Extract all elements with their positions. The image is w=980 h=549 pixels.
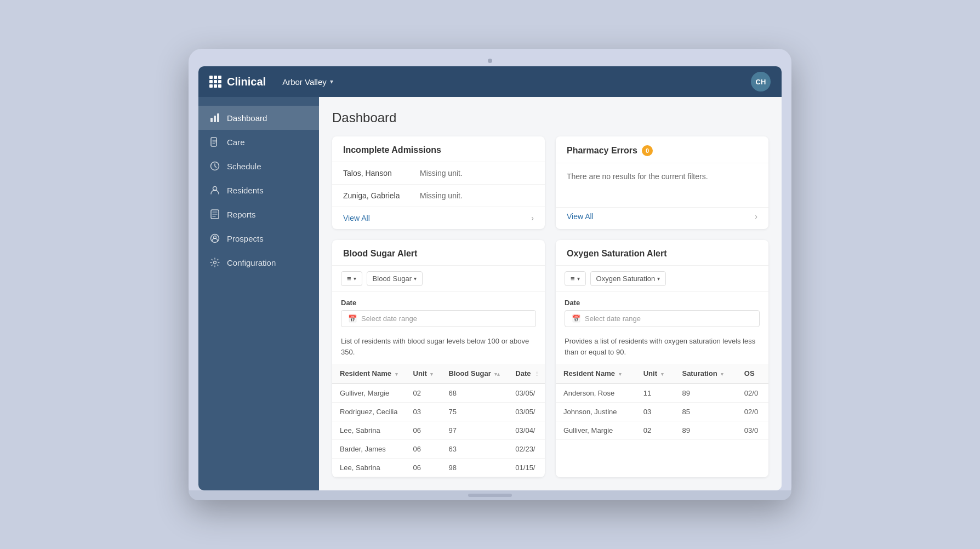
brand-logo: Clinical bbox=[209, 76, 266, 88]
cell-blood-sugar: 97 bbox=[441, 421, 508, 440]
table-row: Gulliver, Margie 02 89 03/0 bbox=[556, 421, 768, 440]
topbar: Clinical Arbor Valley ▾ CH bbox=[198, 66, 782, 97]
sort-icon: ▾ bbox=[721, 371, 723, 377]
col-blood-sugar[interactable]: Blood Sugar ▾▴ bbox=[441, 364, 508, 384]
sidebar-item-label: Reports bbox=[227, 210, 256, 219]
oxygen-filter-label: Oxygen Saturation bbox=[596, 274, 656, 283]
col-resident-name[interactable]: Resident Name ▾ bbox=[556, 364, 636, 384]
oxygen-toolbar: ≡ ▾ Oxygen Saturation ▾ bbox=[556, 266, 768, 292]
cell-name: Gulliver, Margie bbox=[556, 421, 636, 440]
filter-menu-button[interactable]: ≡ ▾ bbox=[341, 271, 362, 286]
admission-row: Talos, Hanson Missing unit. bbox=[332, 162, 545, 185]
cell-os: 02/0 bbox=[737, 384, 768, 403]
oxygen-description: Provides a list of residents with oxygen… bbox=[556, 331, 768, 364]
admission-row: Zuniga, Gabriela Missing unit. bbox=[332, 185, 545, 207]
filter-lines-icon: ≡ bbox=[347, 274, 351, 283]
cell-unit: 11 bbox=[636, 384, 675, 403]
person-icon bbox=[209, 185, 220, 196]
table-row: Lee, Sabrina 06 98 01/15/ bbox=[332, 459, 545, 477]
main-content: Dashboard Incomplete Admissions Talos, H… bbox=[319, 97, 782, 490]
user-avatar[interactable]: CH bbox=[751, 72, 771, 92]
table-row: Barder, James 06 63 02/23/ bbox=[332, 440, 545, 459]
arrow-right-icon: › bbox=[531, 214, 534, 222]
pharmacy-empty-message: There are no results for the current fil… bbox=[556, 163, 768, 207]
chart-icon bbox=[209, 112, 220, 123]
sidebar-item-configuration[interactable]: Configuration bbox=[198, 250, 319, 274]
col-unit[interactable]: Unit ▾ bbox=[406, 364, 441, 384]
sidebar-item-dashboard[interactable]: Dashboard bbox=[198, 106, 319, 130]
incomplete-admissions-panel: Incomplete Admissions Talos, Hanson Miss… bbox=[332, 136, 545, 229]
date-placeholder: Select date range bbox=[585, 314, 641, 323]
o2-date-range-input[interactable]: 📅 Select date range bbox=[565, 310, 760, 327]
cell-blood-sugar: 68 bbox=[441, 384, 508, 403]
calendar-icon: 📅 bbox=[348, 314, 357, 323]
sidebar-item-prospects[interactable]: Prospects bbox=[198, 226, 319, 250]
svg-rect-1 bbox=[214, 116, 216, 122]
date-label: Date bbox=[565, 299, 760, 307]
date-range-input[interactable]: 📅 Select date range bbox=[341, 310, 536, 327]
date-label: Date bbox=[341, 299, 536, 307]
oxygen-table: Resident Name ▾ Unit ▾ Saturation ▾ OS A… bbox=[556, 364, 768, 440]
svg-point-9 bbox=[214, 261, 216, 264]
clock-icon bbox=[209, 161, 220, 171]
filter-lines-icon: ≡ bbox=[571, 274, 575, 283]
date-placeholder: Select date range bbox=[361, 314, 417, 323]
cell-name: Lee, Sabrina bbox=[332, 459, 406, 477]
col-os[interactable]: OS bbox=[737, 364, 768, 384]
sidebar-item-label: Residents bbox=[227, 186, 264, 195]
cell-unit: 03 bbox=[636, 403, 675, 421]
col-saturation[interactable]: Saturation ▾ bbox=[674, 364, 736, 384]
user-initials: CH bbox=[756, 78, 766, 86]
cell-saturation: 85 bbox=[674, 403, 736, 421]
facility-selector[interactable]: Arbor Valley ▾ bbox=[282, 77, 333, 87]
cell-blood-sugar: 98 bbox=[441, 459, 508, 477]
blood-sugar-filter-button[interactable]: Blood Sugar ▾ bbox=[367, 271, 423, 286]
cell-unit: 06 bbox=[406, 440, 441, 459]
blood-sugar-table-wrapper: Resident Name ▾ Unit ▾ Blood Sugar ▾▴ Da… bbox=[332, 364, 545, 477]
view-all-link[interactable]: View All bbox=[343, 214, 370, 222]
cell-date: 03/04/ bbox=[508, 421, 545, 440]
file-icon bbox=[209, 136, 220, 147]
sidebar-item-residents[interactable]: Residents bbox=[198, 178, 319, 202]
cell-date: 03/05/ bbox=[508, 403, 545, 421]
o2-filter-menu-button[interactable]: ≡ ▾ bbox=[565, 271, 586, 286]
col-resident-name[interactable]: Resident Name ▾ bbox=[332, 364, 406, 384]
cell-name: Gulliver, Margie bbox=[332, 384, 406, 403]
pharmacy-errors-title: Pharmacy Errors bbox=[567, 146, 637, 156]
cell-date: 01/15/ bbox=[508, 459, 545, 477]
sidebar-item-label: Care bbox=[227, 138, 245, 147]
blood-sugar-title: Blood Sugar Alert bbox=[343, 249, 417, 259]
app-grid-icon bbox=[209, 76, 221, 88]
col-date[interactable]: Date ⋮ bbox=[508, 364, 545, 384]
table-row: Gulliver, Margie 02 68 03/05/ bbox=[332, 384, 545, 403]
sidebar-item-label: Configuration bbox=[227, 258, 276, 267]
sort-icon: ▾▴ bbox=[494, 371, 500, 377]
view-all-row: View All › bbox=[332, 207, 545, 229]
col-unit[interactable]: Unit ▾ bbox=[636, 364, 675, 384]
sort-icon: ▾ bbox=[619, 371, 622, 377]
cell-blood-sugar: 75 bbox=[441, 403, 508, 421]
blood-sugar-alert-panel: Blood Sugar Alert ≡ ▾ Blood Sugar ▾ bbox=[332, 240, 545, 477]
caret-down-icon: ▾ bbox=[577, 276, 580, 282]
pharmacy-view-all-row: View All › bbox=[556, 207, 768, 228]
cell-date: 03/05/ bbox=[508, 384, 545, 403]
cell-saturation: 89 bbox=[674, 421, 736, 440]
blood-sugar-toolbar: ≡ ▾ Blood Sugar ▾ bbox=[332, 266, 545, 292]
cell-saturation: 89 bbox=[674, 384, 736, 403]
cell-os: 02/0 bbox=[737, 403, 768, 421]
cell-name: Rodriguez, Cecilia bbox=[332, 403, 406, 421]
caret-down-icon: ▾ bbox=[354, 276, 356, 282]
sidebar-item-reports[interactable]: Reports bbox=[198, 202, 319, 226]
cell-os: 03/0 bbox=[737, 421, 768, 440]
sort-icon: ▾ bbox=[395, 371, 398, 377]
page-title: Dashboard bbox=[332, 110, 768, 125]
oxygen-filter-button[interactable]: Oxygen Saturation ▾ bbox=[590, 271, 666, 286]
gear-icon bbox=[209, 257, 220, 268]
blood-sugar-description: List of residents with blood sugar level… bbox=[332, 331, 545, 364]
sidebar-item-label: Prospects bbox=[227, 234, 264, 243]
pharmacy-view-all-link[interactable]: View All bbox=[567, 212, 594, 221]
sidebar-item-schedule[interactable]: Schedule bbox=[198, 154, 319, 178]
table-row: Lee, Sabrina 06 97 03/04/ bbox=[332, 421, 545, 440]
incomplete-admissions-header: Incomplete Admissions bbox=[332, 136, 545, 162]
sidebar-item-care[interactable]: Care bbox=[198, 130, 319, 154]
